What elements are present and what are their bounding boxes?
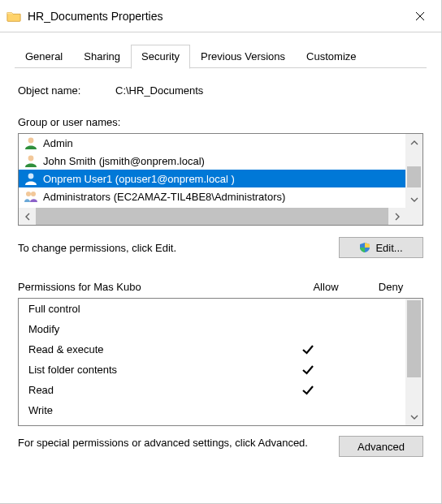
- deny-header: Deny: [358, 281, 423, 293]
- group-or-user-label: Group or user names:: [18, 116, 423, 128]
- permission-name: Write: [28, 404, 275, 416]
- check-icon: [301, 342, 315, 357]
- tab-previous-versions[interactable]: Previous Versions: [190, 45, 296, 69]
- advanced-hint: For special permissions or advanced sett…: [18, 436, 339, 450]
- scroll-thumb[interactable]: [407, 166, 421, 187]
- principals-vscroll[interactable]: [405, 134, 422, 208]
- tab-security[interactable]: Security: [131, 45, 190, 69]
- scroll-right-icon[interactable]: [388, 208, 405, 225]
- check-icon: [301, 363, 315, 377]
- svg-point-4: [31, 192, 36, 196]
- scroll-down-icon[interactable]: [405, 191, 422, 208]
- tab-customize[interactable]: Customize: [296, 45, 366, 69]
- folder-icon: [6, 10, 21, 23]
- allow-cell: [275, 383, 340, 398]
- shield-icon: [359, 242, 370, 253]
- scroll-left-icon[interactable]: [19, 208, 36, 225]
- principal-label: Admin: [43, 137, 73, 149]
- scroll-up-icon[interactable]: [405, 134, 422, 151]
- permission-name: Read & execute: [28, 343, 275, 355]
- permission-name: List folder contents: [28, 364, 275, 376]
- object-name-value: C:\HR_Documents: [115, 84, 203, 97]
- permissions-for-label: Permissions for Mas Kubo: [18, 281, 293, 293]
- edit-button[interactable]: Edit...: [339, 237, 423, 258]
- permissions-vscroll[interactable]: [405, 299, 422, 425]
- check-icon: [301, 383, 315, 398]
- group-icon: [24, 189, 38, 204]
- scroll-thumb[interactable]: [407, 300, 421, 377]
- permission-row[interactable]: Read: [19, 380, 405, 400]
- principal-item[interactable]: Administrators (EC2AMAZ-TIL4BE8\Administ…: [19, 187, 405, 205]
- close-button[interactable]: [404, 0, 436, 32]
- permission-name: Read: [28, 384, 275, 396]
- principals-listbox[interactable]: AdminJohn Smith (jsmith@onprem.local)Onp…: [18, 133, 423, 226]
- principal-item[interactable]: John Smith (jsmith@onprem.local): [19, 152, 405, 170]
- advanced-button-label: Advanced: [358, 441, 405, 453]
- permission-row[interactable]: Write: [19, 400, 405, 420]
- permission-row[interactable]: List folder contents: [19, 360, 405, 380]
- permission-name: Full control: [28, 303, 275, 315]
- titlebar: HR_Documents Properties: [0, 0, 441, 32]
- hscroll-thumb[interactable]: [36, 208, 388, 225]
- security-pane: Object name: C:\HR_Documents Group or us…: [15, 68, 427, 457]
- tab-general[interactable]: General: [15, 45, 73, 69]
- svg-point-3: [26, 192, 31, 196]
- tabs: General Sharing Security Previous Versio…: [15, 44, 427, 68]
- permission-row[interactable]: Read & execute: [19, 339, 405, 360]
- edit-button-label: Edit...: [375, 242, 402, 254]
- allow-cell: [275, 363, 340, 377]
- allow-header: Allow: [293, 281, 358, 293]
- user-icon: [24, 153, 38, 168]
- advanced-button[interactable]: Advanced: [339, 436, 423, 457]
- user-icon: [24, 136, 38, 150]
- allow-cell: [275, 342, 340, 357]
- svg-point-2: [28, 174, 34, 179]
- permissions-listbox[interactable]: Full controlModifyRead & executeList fol…: [18, 298, 423, 426]
- tab-sharing[interactable]: Sharing: [73, 45, 131, 69]
- principal-label: Administrators (EC2AMAZ-TIL4BE8\Administ…: [43, 191, 285, 203]
- principal-item[interactable]: Admin: [19, 134, 405, 152]
- scroll-down-icon[interactable]: [405, 408, 422, 425]
- change-permissions-hint: To change permissions, click Edit.: [18, 242, 339, 254]
- principal-label: Onprem User1 (opuser1@onprem.local ): [43, 173, 235, 185]
- principals-hscroll[interactable]: [19, 208, 405, 225]
- scroll-corner: [405, 208, 422, 225]
- object-name-label: Object name:: [18, 84, 115, 97]
- window-title: HR_Documents Properties: [28, 10, 404, 23]
- svg-point-0: [28, 138, 34, 144]
- user-icon: [24, 171, 38, 186]
- permission-row[interactable]: Full control: [19, 299, 405, 319]
- permission-name: Modify: [28, 323, 275, 335]
- svg-point-1: [28, 156, 34, 162]
- permission-row[interactable]: Modify: [19, 319, 405, 339]
- principal-item[interactable]: Onprem User1 (opuser1@onprem.local ): [19, 170, 405, 187]
- principal-label: John Smith (jsmith@onprem.local): [43, 155, 205, 167]
